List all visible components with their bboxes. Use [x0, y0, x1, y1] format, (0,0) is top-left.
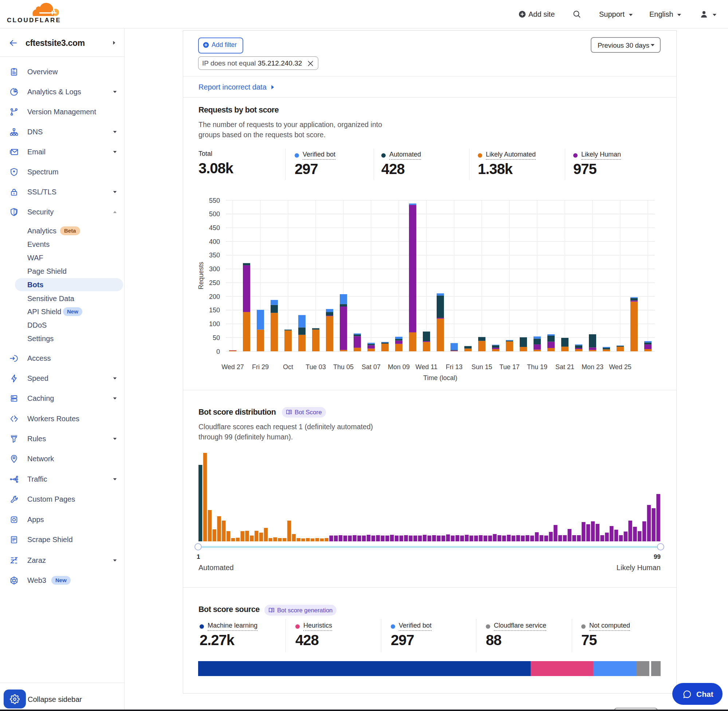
svg-text:Wed 25: Wed 25: [609, 363, 632, 370]
svg-text:200: 200: [209, 293, 220, 300]
svg-text:450: 450: [209, 224, 220, 232]
svg-text:550: 550: [209, 197, 220, 204]
svg-text:350: 350: [209, 252, 220, 259]
svg-text:Thu 05: Thu 05: [333, 363, 354, 370]
svg-text:300: 300: [209, 266, 220, 273]
svg-text:Time (local): Time (local): [423, 374, 457, 382]
svg-text:Wed 27: Wed 27: [222, 363, 244, 370]
svg-text:Fri 29: Fri 29: [252, 363, 269, 370]
svg-text:Tue 03: Tue 03: [306, 363, 326, 370]
svg-text:Wed 11: Wed 11: [415, 363, 437, 370]
svg-text:Thu 19: Thu 19: [527, 363, 547, 370]
svg-text:Sat 21: Sat 21: [555, 363, 574, 370]
svg-text:50: 50: [213, 334, 220, 341]
svg-text:Tue 17: Tue 17: [499, 363, 519, 370]
svg-text:Sat 07: Sat 07: [362, 363, 381, 370]
svg-text:150: 150: [209, 307, 220, 314]
svg-text:Mon 09: Mon 09: [388, 363, 410, 370]
svg-text:0: 0: [216, 348, 220, 356]
svg-text:Fri 13: Fri 13: [446, 363, 462, 370]
svg-text:Requests: Requests: [197, 262, 205, 289]
svg-text:400: 400: [209, 238, 220, 245]
svg-text:Oct: Oct: [283, 363, 293, 370]
svg-text:250: 250: [209, 279, 220, 286]
svg-text:Mon 23: Mon 23: [582, 363, 604, 370]
svg-text:Sun 15: Sun 15: [471, 363, 492, 370]
svg-text:500: 500: [209, 210, 220, 218]
svg-text:100: 100: [209, 320, 220, 327]
